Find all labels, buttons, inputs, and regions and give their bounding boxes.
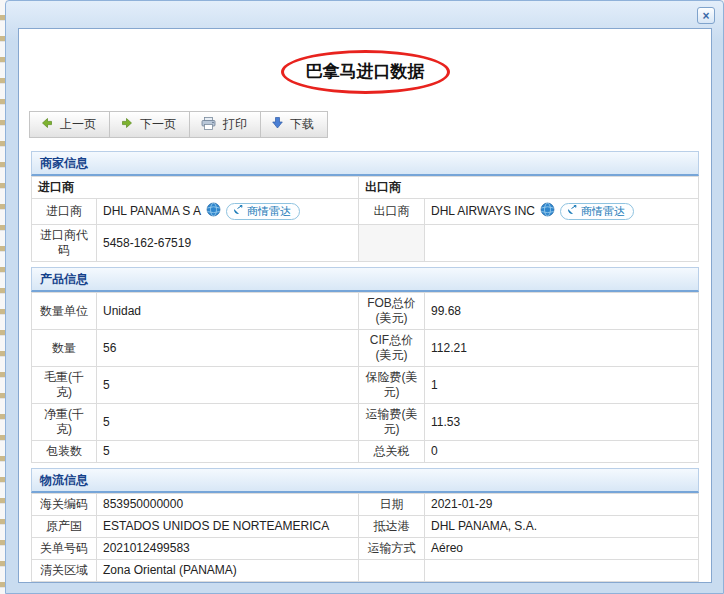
merchant-table: 进口商 出口商 进口商 DHL PANAMA S A — [31, 176, 699, 262]
prev-page-label: 上一页 — [60, 116, 96, 133]
field-label: 包装数 — [32, 441, 97, 463]
table-row: 毛重(千克) 5 保险费(美元) 1 — [32, 367, 699, 404]
field-label: 保险费(美元) — [359, 367, 425, 404]
field-label: 数量 — [32, 330, 97, 367]
field-value: Aéreo — [425, 538, 699, 560]
field-value: 11.53 — [425, 404, 699, 441]
download-button[interactable]: 下载 — [260, 111, 328, 138]
field-value: 0 — [425, 441, 699, 463]
table-row: 进口商 DHL PANAMA S A — [32, 199, 699, 225]
table-row: 原产国 ESTADOS UNIDOS DE NORTEAMERICA 抵达港 D… — [32, 516, 699, 538]
download-label: 下载 — [290, 116, 314, 133]
import-data-dialog: × 巴拿马进口数据 上一页 下一页 — [5, 0, 724, 594]
importer-code-label: 进口商代码 — [32, 225, 97, 262]
table-row: 数量 56 CIF总价(美元) 112.21 — [32, 330, 699, 367]
field-value: 853950000000 — [97, 494, 359, 516]
field-value: 99.68 — [425, 293, 699, 330]
field-value: 5 — [97, 441, 359, 463]
next-page-button[interactable]: 下一页 — [109, 111, 190, 138]
arrow-right-icon — [121, 117, 133, 132]
logistics-section-header: 物流信息 — [31, 468, 699, 493]
radar-badge[interactable]: 商情雷达 — [560, 203, 634, 220]
dialog-content: 巴拿马进口数据 上一页 下一页 — [18, 28, 712, 583]
importer-value: DHL PANAMA S A — [103, 204, 201, 219]
product-table: 数量单位 Unidad FOB总价(美元) 99.68 数量 56 CIF总价(… — [31, 292, 699, 463]
merchant-section-header: 商家信息 — [31, 151, 699, 176]
field-value: 56 — [97, 330, 359, 367]
field-value: 5 — [97, 367, 359, 404]
field-label: 运输方式 — [359, 538, 425, 560]
field-label: 原产国 — [32, 516, 97, 538]
print-button[interactable]: 打印 — [189, 111, 261, 138]
logistics-table: 海关编码 853950000000 日期 2021-01-29 原产国 ESTA… — [31, 493, 699, 582]
field-value: DHL PANAMA, S.A. — [425, 516, 699, 538]
field-label — [359, 560, 425, 582]
table-row: 海关编码 853950000000 日期 2021-01-29 — [32, 494, 699, 516]
product-section-header: 产品信息 — [31, 267, 699, 292]
radar-badge-label: 商情雷达 — [247, 204, 291, 219]
importer-code-value: 5458-162-67519 — [97, 225, 359, 262]
sections: 商家信息 进口商 出口商 进口商 DHL PANAMA S A — [31, 151, 699, 583]
product-section: 产品信息 数量单位 Unidad FOB总价(美元) 99.68 数量 56 C… — [31, 267, 699, 463]
arrow-left-icon — [41, 117, 53, 132]
field-label: FOB总价(美元) — [359, 293, 425, 330]
radar-icon — [567, 204, 578, 219]
table-row: 清关区域 Zona Oriental (PANAMA) — [32, 560, 699, 582]
globe-icon[interactable] — [206, 202, 221, 221]
table-row: 关单号码 2021012499583 运输方式 Aéreo — [32, 538, 699, 560]
field-label: 总关税 — [359, 441, 425, 463]
field-value: 2021-01-29 — [425, 494, 699, 516]
field-value: Unidad — [97, 293, 359, 330]
printer-icon — [201, 117, 216, 133]
field-label: 数量单位 — [32, 293, 97, 330]
empty-cell — [425, 225, 699, 262]
exporter-value: DHL AIRWAYS INC — [431, 204, 535, 219]
field-label: 抵达港 — [359, 516, 425, 538]
table-row: 进口商代码 5458-162-67519 — [32, 225, 699, 262]
field-label: 关单号码 — [32, 538, 97, 560]
field-label: 毛重(千克) — [32, 367, 97, 404]
field-label: 日期 — [359, 494, 425, 516]
radar-badge-label: 商情雷达 — [581, 204, 625, 219]
field-label: 海关编码 — [32, 494, 97, 516]
logistics-section: 物流信息 海关编码 853950000000 日期 2021-01-29 原产国… — [31, 468, 699, 582]
toolbar: 上一页 下一页 打印 — [29, 111, 328, 138]
field-value: 1 — [425, 367, 699, 404]
dialog-titlebar: × — [6, 1, 723, 28]
download-arrow-icon — [272, 117, 283, 132]
importer-col-header: 进口商 — [32, 177, 359, 199]
table-row: 净重(千克) 5 运输费(美元) 11.53 — [32, 404, 699, 441]
importer-label: 进口商 — [32, 199, 97, 225]
prev-page-button[interactable]: 上一页 — [29, 111, 110, 138]
exporter-label: 出口商 — [359, 199, 425, 225]
field-value — [425, 560, 699, 582]
field-value: 2021012499583 — [97, 538, 359, 560]
table-row: 数量单位 Unidad FOB总价(美元) 99.68 — [32, 293, 699, 330]
field-label: 运输费(美元) — [359, 404, 425, 441]
exporter-col-header: 出口商 — [359, 177, 699, 199]
table-row: 进口商 出口商 — [32, 177, 699, 199]
table-row: 包装数 5 总关税 0 — [32, 441, 699, 463]
field-label: CIF总价(美元) — [359, 330, 425, 367]
field-label: 清关区域 — [32, 560, 97, 582]
globe-icon[interactable] — [540, 202, 555, 221]
print-label: 打印 — [223, 116, 247, 133]
title-area: 巴拿马进口数据 — [19, 50, 711, 98]
radar-icon — [233, 204, 244, 219]
page-title: 巴拿马进口数据 — [281, 50, 450, 94]
field-value: Zona Oriental (PANAMA) — [97, 560, 359, 582]
field-label: 净重(千克) — [32, 404, 97, 441]
merchant-section: 商家信息 进口商 出口商 进口商 DHL PANAMA S A — [31, 151, 699, 262]
close-button[interactable]: × — [697, 7, 715, 24]
next-page-label: 下一页 — [140, 116, 176, 133]
radar-badge[interactable]: 商情雷达 — [226, 203, 300, 220]
field-value: 112.21 — [425, 330, 699, 367]
empty-cell — [359, 225, 425, 262]
field-value: ESTADOS UNIDOS DE NORTEAMERICA — [97, 516, 359, 538]
field-value: 5 — [97, 404, 359, 441]
